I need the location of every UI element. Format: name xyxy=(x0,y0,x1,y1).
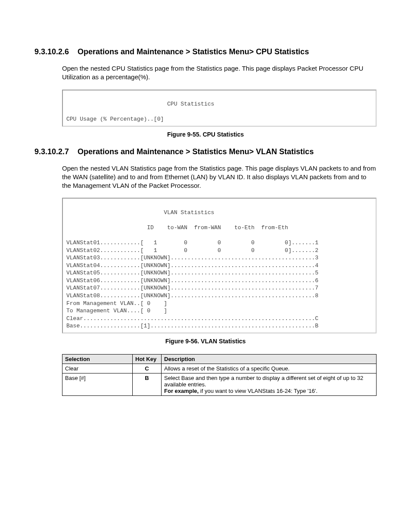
cpu-statistics-terminal: CPU Statistics CPU Usage (% Percentage).… xyxy=(62,90,377,127)
vlan-statistics-terminal: VLAN Statistics ID to-WAN from-WAN to-Et… xyxy=(62,198,377,333)
section-heading-cpu: 9.3.10.2.6 Operations and Maintenance > … xyxy=(34,47,377,56)
table-header-row: Selection Hot Key Description xyxy=(62,354,377,364)
figure-caption-cpu: Figure 9-55. CPU Statistics xyxy=(34,131,377,138)
figure-caption-vlan: Figure 9-56. VLAN Statistics xyxy=(34,338,377,345)
desc-line2: if you want to view VLANStats 16-24: Typ… xyxy=(199,388,318,394)
table-row: Clear C Allows a reset of the Statistics… xyxy=(62,364,377,373)
header-selection: Selection xyxy=(62,354,133,364)
cell-selection: Clear xyxy=(62,364,133,373)
section-number: 9.3.10.2.7 xyxy=(34,147,78,156)
cell-description: Allows a reset of the Statistics of a sp… xyxy=(162,364,377,373)
desc-line1: Select Base and then type a number to di… xyxy=(164,375,363,388)
section-title: Operations and Maintenance > Statistics … xyxy=(78,47,309,56)
cell-hotkey: C xyxy=(133,364,162,373)
section-heading-vlan: 9.3.10.2.7 Operations and Maintenance > … xyxy=(34,147,377,156)
header-hotkey: Hot Key xyxy=(133,354,162,364)
cell-hotkey: B xyxy=(133,373,162,395)
section1-body: Open the nested CPU Statistics page from… xyxy=(34,64,377,82)
section2-body: Open the nested VLAN Statistics page fro… xyxy=(34,164,377,190)
desc-bold: For example, xyxy=(164,388,199,394)
cell-description: Select Base and then type a number to di… xyxy=(162,373,377,395)
hotkey-table: Selection Hot Key Description Clear C Al… xyxy=(62,354,377,396)
header-description: Description xyxy=(162,354,377,364)
section-title: Operations and Maintenance > Statistics … xyxy=(78,147,314,156)
table-row: Base [#] B Select Base and then type a n… xyxy=(62,373,377,395)
cell-selection: Base [#] xyxy=(62,373,133,395)
section-number: 9.3.10.2.6 xyxy=(34,47,78,56)
